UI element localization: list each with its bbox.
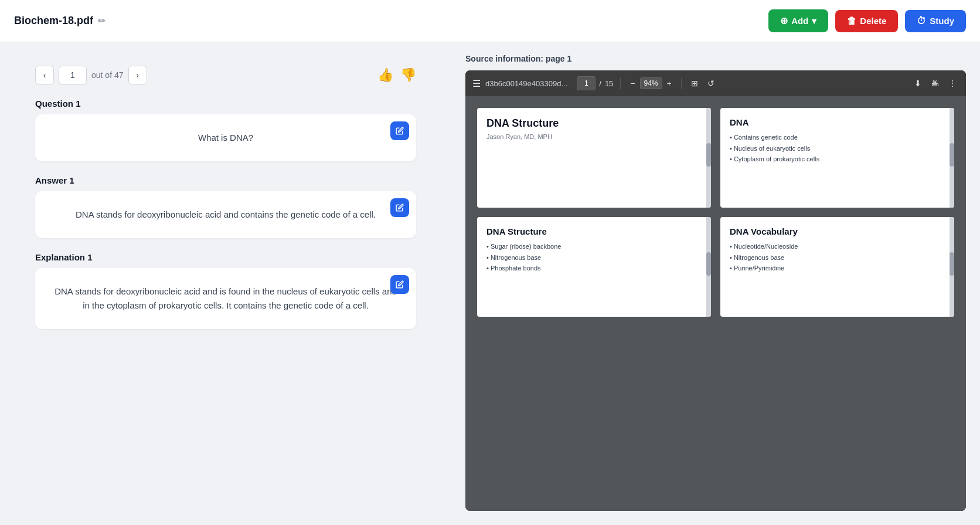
slide-4: DNA Vocabulary Nucleotide/Nucleoside Nit… — [720, 217, 954, 317]
slide-2-bullet-1: Contains genetic code — [730, 132, 945, 143]
slide-3: DNA Structure Sugar (ribose) backbone Ni… — [477, 217, 711, 317]
pdf-separator-1 — [620, 77, 621, 89]
slide-4-header: DNA Vocabulary — [730, 226, 945, 236]
pdf-zoom-controls: − 94% + — [628, 77, 673, 89]
thumbs-down-icon[interactable]: 👎 — [400, 67, 416, 83]
question-card: What is DNA? — [35, 114, 416, 161]
answer-text: DNA stands for deoxyribonucleic acid and… — [54, 208, 397, 222]
pdf-filename: d3b6c00149e403309d... — [485, 79, 567, 88]
question-edit-button[interactable] — [390, 121, 409, 140]
slide-4-scrollbar-thumb — [950, 252, 954, 276]
pdf-viewer: ☰ d3b6c00149e403309d... / 15 − 94% + ⊞ ↺… — [465, 70, 966, 511]
study-label: Study — [930, 16, 954, 26]
study-icon: ⏱ — [917, 16, 926, 26]
add-chevron-icon: ▾ — [812, 16, 816, 26]
slide-3-bullet-1: Sugar (ribose) backbone — [486, 241, 702, 252]
slide-2-header: DNA — [730, 117, 945, 127]
delete-label: Delete — [860, 16, 886, 26]
add-label: Add — [791, 16, 808, 26]
slides-grid: DNA Structure Jason Ryan, MD, MPH DNA Co… — [477, 108, 954, 317]
slide-1-scrollbar[interactable] — [706, 108, 711, 208]
slide-4-bullet-2: Nitrogenous base — [730, 252, 945, 263]
pdf-toolbar: ☰ d3b6c00149e403309d... / 15 − 94% + ⊞ ↺… — [465, 70, 966, 96]
pdf-page-input[interactable] — [577, 76, 596, 90]
pdf-separator-2 — [681, 77, 682, 89]
study-button[interactable]: ⏱ Study — [905, 10, 966, 32]
slide-2-bullet-2: Nucleus of eukaryotic cells — [730, 143, 945, 154]
answer-section: Answer 1 DNA stands for deoxyribonucleic… — [35, 175, 416, 238]
question-label: Question 1 — [35, 99, 416, 109]
explanation-section: Explanation 1 DNA stands for deoxyribonu… — [35, 252, 416, 329]
page-of-label: out of 47 — [91, 70, 124, 80]
pdf-menu-icon[interactable]: ☰ — [472, 78, 481, 89]
question-text: What is DNA? — [54, 131, 397, 145]
slide-3-scrollbar[interactable] — [706, 217, 711, 317]
thumbs-up-icon[interactable]: 👍 — [377, 67, 393, 83]
zoom-in-icon[interactable]: + — [665, 77, 674, 89]
slide-4-inner: DNA Vocabulary Nucleotide/Nucleoside Nit… — [720, 217, 954, 317]
answer-label: Answer 1 — [35, 175, 416, 185]
slide-3-bullet-3: Phosphate bonds — [486, 263, 702, 274]
slide-2-inner: DNA Contains genetic code Nucleus of euk… — [720, 108, 954, 208]
slide-4-bullet-1: Nucleotide/Nucleoside — [730, 241, 945, 252]
question-section: Question 1 What is DNA? — [35, 99, 416, 161]
pagination-controls: ‹ out of 47 › — [35, 66, 147, 84]
edit-title-icon[interactable]: ✏ — [98, 15, 106, 26]
slide-3-bullet-2: Nitrogenous base — [486, 252, 702, 263]
main-layout: ‹ out of 47 › 👍 👎 Question 1 What — [0, 42, 980, 525]
delete-icon: 🗑 — [847, 16, 856, 26]
pdf-fit-page-icon[interactable]: ⊞ — [689, 77, 700, 89]
prev-page-button[interactable]: ‹ — [35, 66, 54, 84]
slide-1-title: DNA Structure — [486, 117, 702, 130]
explanation-edit-button[interactable] — [390, 275, 409, 294]
slide-4-bullet-3: Purine/Pyrimidine — [730, 263, 945, 274]
explanation-text: DNA stands for deoxyribonucleic acid and… — [54, 284, 397, 313]
right-panel: Source information: page 1 ☰ d3b6c00149e… — [451, 42, 980, 525]
document-title: Biochem-18.pdf — [14, 15, 93, 27]
pdf-more-icon[interactable]: ⋮ — [946, 77, 959, 89]
pdf-page-controls: / 15 — [577, 76, 613, 90]
pdf-print-icon[interactable]: 🖶 — [928, 77, 941, 89]
header: Biochem-18.pdf ✏ ⊕ Add ▾ 🗑 Delete ⏱ Stud… — [0, 0, 980, 42]
pdf-zoom-value: 94% — [640, 77, 662, 89]
add-icon: ⊕ — [780, 15, 788, 26]
slide-3-scrollbar-thumb — [706, 252, 711, 276]
explanation-label: Explanation 1 — [35, 252, 416, 262]
header-left: Biochem-18.pdf ✏ — [14, 15, 106, 27]
pdf-content: DNA Structure Jason Ryan, MD, MPH DNA Co… — [465, 96, 966, 511]
next-page-button[interactable]: › — [128, 66, 147, 84]
pdf-total-pages: 15 — [605, 79, 613, 88]
slide-1-inner: DNA Structure Jason Ryan, MD, MPH — [477, 108, 711, 208]
slide-3-inner: DNA Structure Sugar (ribose) backbone Ni… — [477, 217, 711, 317]
slide-1-scrollbar-thumb — [706, 143, 711, 167]
pagination-bar: ‹ out of 47 › 👍 👎 — [35, 66, 416, 84]
left-panel: ‹ out of 47 › 👍 👎 Question 1 What — [0, 42, 451, 525]
pdf-page-divider: / — [599, 79, 601, 88]
pdf-rotate-icon[interactable]: ↺ — [705, 77, 717, 89]
rating-icons: 👍 👎 — [377, 67, 416, 83]
slide-3-header: DNA Structure — [486, 226, 702, 236]
add-button[interactable]: ⊕ Add ▾ — [768, 9, 828, 32]
slide-2-scrollbar-thumb — [950, 143, 954, 167]
slide-1-subtitle: Jason Ryan, MD, MPH — [486, 133, 702, 140]
pdf-download-icon[interactable]: ⬇ — [912, 77, 924, 89]
explanation-card: DNA stands for deoxyribonucleic acid and… — [35, 268, 416, 329]
source-label: Source information: page 1 — [465, 54, 966, 63]
slide-1: DNA Structure Jason Ryan, MD, MPH — [477, 108, 711, 208]
header-right: ⊕ Add ▾ 🗑 Delete ⏱ Study — [768, 9, 966, 32]
slide-2: DNA Contains genetic code Nucleus of euk… — [720, 108, 954, 208]
answer-card: DNA stands for deoxyribonucleic acid and… — [35, 191, 416, 238]
slide-2-bullet-3: Cytoplasm of prokaryotic cells — [730, 154, 945, 165]
slide-2-scrollbar[interactable] — [950, 108, 954, 208]
page-number-input[interactable] — [59, 66, 87, 84]
slide-4-scrollbar[interactable] — [950, 217, 954, 317]
delete-button[interactable]: 🗑 Delete — [835, 10, 898, 32]
zoom-out-icon[interactable]: − — [628, 77, 637, 89]
answer-edit-button[interactable] — [390, 198, 409, 217]
